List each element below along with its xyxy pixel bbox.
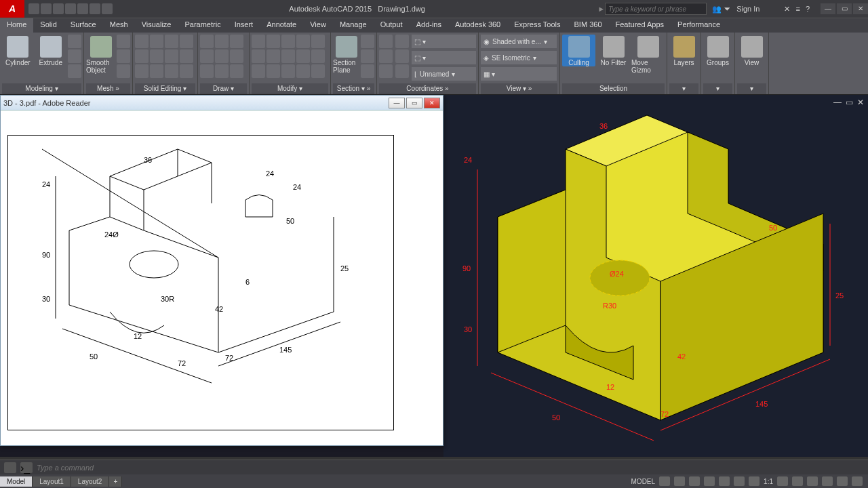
m12-icon[interactable] xyxy=(267,64,280,78)
se1-icon[interactable] xyxy=(135,35,149,48)
tab-featuredapps[interactable]: Featured Apps xyxy=(609,18,671,33)
tab-view[interactable]: View xyxy=(303,18,333,33)
section-plane-button[interactable]: Section Plane xyxy=(333,35,359,74)
status-anno-icon[interactable] xyxy=(792,476,803,486)
status-otrack-icon[interactable] xyxy=(749,476,760,486)
tab-add-layout[interactable]: + xyxy=(109,476,122,487)
se6-icon[interactable] xyxy=(150,49,163,63)
tab-autodesk360[interactable]: Autodesk 360 xyxy=(448,18,507,33)
panel-draw[interactable]: Draw ▾ xyxy=(200,83,247,94)
panel-solid-editing[interactable]: Solid Editing ▾ xyxy=(135,83,195,94)
m15-icon[interactable] xyxy=(311,64,325,78)
status-gear-icon[interactable] xyxy=(777,476,788,486)
qat-redo-icon[interactable] xyxy=(102,3,113,14)
smooth-object-button[interactable]: Smooth Object xyxy=(86,35,115,74)
m4-icon[interactable] xyxy=(296,35,310,48)
m5-icon[interactable] xyxy=(311,35,325,48)
status-3dosnap-icon[interactable] xyxy=(734,476,745,486)
tab-solid[interactable]: Solid xyxy=(33,18,63,33)
tab-mesh[interactable]: Mesh xyxy=(103,18,135,33)
layers-button[interactable]: Layers xyxy=(669,35,698,66)
status-clean-icon[interactable] xyxy=(837,476,848,486)
se11-icon[interactable] xyxy=(165,64,178,78)
dr8-icon[interactable] xyxy=(215,64,229,78)
m11-icon[interactable] xyxy=(252,64,265,78)
m2-icon[interactable] xyxy=(267,35,280,48)
dr6-icon[interactable] xyxy=(230,49,243,63)
m13-icon[interactable] xyxy=(281,64,295,78)
dr7-icon[interactable] xyxy=(200,64,214,78)
app-logo-icon[interactable]: A xyxy=(0,0,24,18)
qat-open-icon[interactable] xyxy=(41,3,52,14)
m3-icon[interactable] xyxy=(281,35,295,48)
presspull-icon[interactable] xyxy=(68,49,81,63)
panel-view[interactable]: View ▾ » xyxy=(481,83,557,94)
panel-coordinates[interactable]: Coordinates » xyxy=(379,83,476,94)
se8-icon[interactable] xyxy=(180,49,193,63)
exchange-icon[interactable]: ✕ xyxy=(784,5,790,14)
status-snap-icon[interactable] xyxy=(674,476,685,486)
c4-icon[interactable] xyxy=(395,49,409,63)
signin-icon[interactable]: 👥 ⏷ xyxy=(712,5,731,14)
c3-icon[interactable] xyxy=(379,49,393,63)
help-icon[interactable]: ? xyxy=(806,5,810,13)
panel-viewp[interactable]: ▾ xyxy=(737,83,766,94)
dr3-icon[interactable] xyxy=(230,35,243,48)
c1-icon[interactable] xyxy=(379,35,393,48)
se9-icon[interactable] xyxy=(135,64,149,78)
tab-model[interactable]: Model xyxy=(0,476,33,487)
cylinder-button[interactable]: Cylinder xyxy=(2,35,34,66)
vp-minimize-icon[interactable]: — xyxy=(833,98,842,107)
sec1-icon[interactable] xyxy=(361,35,374,48)
box-icon[interactable] xyxy=(68,35,81,48)
panel-modify[interactable]: Modify ▾ xyxy=(252,83,328,94)
se2-icon[interactable] xyxy=(150,35,163,48)
status-cog-icon[interactable] xyxy=(807,476,818,486)
coord2-dropdown[interactable]: ⬚ ▾ xyxy=(412,51,476,64)
qat-print-icon[interactable] xyxy=(77,3,88,14)
tab-parametric[interactable]: Parametric xyxy=(178,18,227,33)
qat-saveas-icon[interactable] xyxy=(65,3,76,14)
se10-icon[interactable] xyxy=(150,64,163,78)
signin-button[interactable]: Sign In xyxy=(736,5,760,13)
extrude-button[interactable]: Extrude xyxy=(35,35,67,66)
mesh3-icon[interactable] xyxy=(117,64,130,78)
tab-surface[interactable]: Surface xyxy=(64,18,103,33)
command-handle-icon[interactable] xyxy=(4,462,16,473)
se3-icon[interactable] xyxy=(165,35,178,48)
visual-style-dropdown[interactable]: ◉ Shaded with e... ▾ xyxy=(481,35,557,48)
revolve-icon[interactable] xyxy=(68,64,81,78)
c6-icon[interactable] xyxy=(395,64,409,78)
m1-icon[interactable] xyxy=(252,35,265,48)
qat-save-icon[interactable] xyxy=(53,3,64,14)
tab-manage[interactable]: Manage xyxy=(333,18,374,33)
panel-selection[interactable]: Selection xyxy=(562,83,665,94)
mesh-icon[interactable] xyxy=(117,35,130,48)
tab-bim360[interactable]: BIM 360 xyxy=(568,18,609,33)
sec3-icon[interactable] xyxy=(361,64,374,78)
panel-section[interactable]: Section ▾ » xyxy=(333,83,374,94)
3d-viewport[interactable]: — ▭ ✕ xyxy=(443,95,868,457)
m9-icon[interactable] xyxy=(296,49,310,63)
tab-layout2[interactable]: Layout2 xyxy=(71,476,110,487)
tab-output[interactable]: Output xyxy=(374,18,410,33)
tab-insert[interactable]: Insert xyxy=(228,18,260,33)
c2-icon[interactable] xyxy=(395,35,409,48)
m8-icon[interactable] xyxy=(281,49,295,63)
qat-undo-icon[interactable] xyxy=(90,3,100,14)
dr1-icon[interactable] xyxy=(200,35,214,48)
groups-button[interactable]: Groups xyxy=(703,35,732,66)
pdf-reader-window[interactable]: 3D - 3.pdf - Adobe Reader — ▭ ✕ xyxy=(0,95,443,446)
dr5-icon[interactable] xyxy=(215,49,229,63)
sec2-icon[interactable] xyxy=(361,49,374,63)
tab-visualize[interactable]: Visualize xyxy=(135,18,178,33)
m7-icon[interactable] xyxy=(267,49,280,63)
help-search-input[interactable] xyxy=(605,3,707,15)
dr2-icon[interactable] xyxy=(215,35,229,48)
cloud-icon[interactable]: ≡ xyxy=(795,5,800,13)
movegizmo-button[interactable]: Move Gizmo xyxy=(631,35,665,74)
restore-button[interactable]: ▭ xyxy=(837,3,852,14)
command-input[interactable] xyxy=(37,462,864,473)
se4-icon[interactable] xyxy=(180,35,193,48)
status-grid-icon[interactable] xyxy=(659,476,670,486)
